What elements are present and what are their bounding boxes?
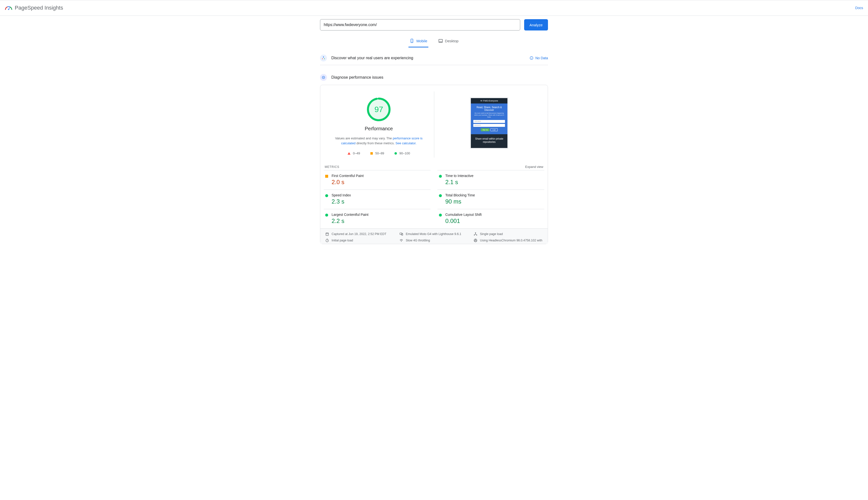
performance-label: Performance xyxy=(365,126,393,132)
tab-desktop-label: Desktop xyxy=(445,39,459,43)
brand[interactable]: PageSpeed Insights xyxy=(5,5,63,11)
metric-name: Total Blocking Time xyxy=(445,193,543,197)
info-icon xyxy=(529,56,533,60)
performance-score: 97 xyxy=(367,97,391,122)
svg-line-1 xyxy=(9,7,10,9)
metric-value: 90 ms xyxy=(445,198,543,205)
wifi-icon xyxy=(399,238,403,242)
lab-section-title: Diagnose performance issues xyxy=(331,75,384,80)
metric-item: Total Blocking Time 90 ms xyxy=(437,190,544,209)
svg-line-32 xyxy=(476,241,477,241)
metric-item: First Contentful Paint 2.0 s xyxy=(324,170,431,190)
svg-point-13 xyxy=(323,77,324,78)
svg-point-6 xyxy=(323,57,324,58)
metric-status-icon xyxy=(439,214,442,217)
performance-desc: Values are estimated and may vary. The p… xyxy=(330,136,428,146)
expand-view-toggle[interactable]: Expand view xyxy=(525,165,543,169)
svg-point-28 xyxy=(401,241,401,241)
score-legend: 0–49 50–89 90–100 xyxy=(348,151,410,155)
metrics-heading: METRICS xyxy=(325,165,339,169)
pass-circle-icon xyxy=(395,152,397,155)
analyze-button[interactable]: Analyze xyxy=(524,19,548,31)
field-data-section: Discover what your real users are experi… xyxy=(320,55,548,65)
metric-item: Speed Index 2.3 s xyxy=(324,190,431,209)
svg-rect-16 xyxy=(326,233,329,236)
svg-point-22 xyxy=(475,232,476,233)
metric-value: 0.001 xyxy=(445,218,543,225)
pagespeed-logo-icon xyxy=(5,5,12,11)
docs-link[interactable]: Docs xyxy=(855,6,863,10)
timer-icon xyxy=(325,238,329,242)
metric-name: Cumulative Layout Shift xyxy=(445,213,543,217)
url-input[interactable] xyxy=(320,19,520,31)
metric-value: 2.0 s xyxy=(331,179,429,185)
runtime-settings: Captured at Jun 19, 2022, 2:52 PM EDT Em… xyxy=(320,228,548,244)
desktop-icon xyxy=(438,38,443,43)
calculator-link[interactable]: See calculator. xyxy=(396,141,416,145)
metric-item: Time to Interactive 2.1 s xyxy=(437,170,544,190)
mobile-icon xyxy=(409,38,414,43)
lab-section: Diagnose performance issues xyxy=(320,74,548,83)
svg-line-33 xyxy=(474,241,475,241)
device-tabs: Mobile Desktop xyxy=(320,36,548,48)
metric-status-icon xyxy=(325,194,328,197)
no-data-link[interactable]: No Data xyxy=(529,56,548,60)
field-data-title: Discover what your real users are experi… xyxy=(331,56,413,60)
tab-desktop[interactable]: Desktop xyxy=(437,36,459,47)
calendar-icon xyxy=(325,232,329,236)
svg-point-8 xyxy=(324,58,325,59)
screenshot-thumbnail: ✉FWD:Everyone Read, Share, Search & Disc… xyxy=(470,97,508,149)
performance-gauge: 97 xyxy=(367,97,391,122)
metric-value: 2.3 s xyxy=(331,198,429,205)
topbar: PageSpeed Insights Docs xyxy=(0,0,868,16)
svg-rect-4 xyxy=(439,39,442,42)
metric-name: Largest Contentful Paint xyxy=(331,213,429,217)
device-icon xyxy=(399,232,403,236)
avg-square-icon xyxy=(371,152,373,155)
metric-status-icon xyxy=(439,175,442,178)
metric-name: First Contentful Paint xyxy=(331,174,429,178)
field-data-icon xyxy=(320,55,327,61)
metric-status-icon xyxy=(325,175,328,178)
tab-mobile-label: Mobile xyxy=(416,39,427,43)
hub-icon xyxy=(473,232,478,236)
tab-mobile[interactable]: Mobile xyxy=(409,36,428,47)
metrics-grid: First Contentful Paint 2.0 s Time to Int… xyxy=(324,170,544,228)
metric-item: Cumulative Layout Shift 0.001 xyxy=(437,209,544,228)
metric-value: 2.2 s xyxy=(331,218,429,225)
svg-line-26 xyxy=(327,240,328,241)
chrome-icon xyxy=(473,238,478,242)
metric-status-icon xyxy=(325,214,328,217)
url-row: Analyze xyxy=(320,19,548,31)
fail-triangle-icon xyxy=(348,152,351,155)
metric-status-icon xyxy=(439,194,442,197)
metric-value: 2.1 s xyxy=(445,179,543,185)
performance-card: 97 Performance Values are estimated and … xyxy=(320,85,548,244)
metric-name: Speed Index xyxy=(331,193,429,197)
brand-title: PageSpeed Insights xyxy=(15,5,63,11)
metric-item: Largest Contentful Paint 2.2 s xyxy=(324,209,431,228)
lab-section-icon xyxy=(320,74,327,81)
svg-point-7 xyxy=(322,58,323,59)
metric-name: Time to Interactive xyxy=(445,174,543,178)
